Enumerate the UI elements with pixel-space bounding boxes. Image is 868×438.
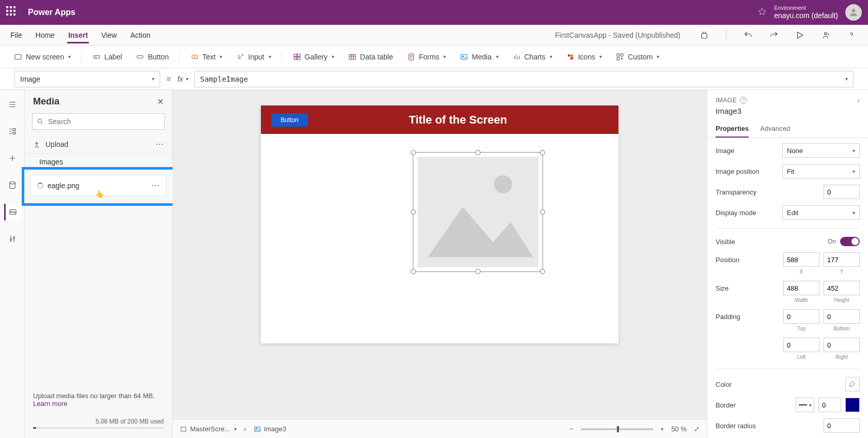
resize-handle[interactable] — [411, 269, 416, 274]
play-icon[interactable] — [793, 28, 807, 42]
add-icon[interactable] — [4, 150, 21, 167]
prop-visible-toggle[interactable] — [840, 237, 860, 246]
control-name[interactable]: Image3 — [707, 107, 868, 120]
prop-x-input[interactable] — [783, 252, 819, 267]
learn-more-link[interactable]: Learn more — [33, 400, 67, 407]
canvas-button[interactable]: Button — [271, 113, 308, 127]
undo-icon[interactable] — [741, 28, 755, 42]
menu-action[interactable]: Action — [129, 27, 151, 43]
tab-properties[interactable]: Properties — [716, 120, 749, 138]
prop-border-label: Border — [716, 401, 736, 409]
cursor-icon: 👆 — [95, 190, 104, 198]
media-button[interactable]: Media▾ — [454, 49, 503, 65]
svg-rect-18 — [617, 57, 619, 60]
share-icon[interactable] — [818, 28, 833, 42]
input-button[interactable]: Input▾ — [230, 49, 276, 65]
tab-advanced[interactable]: Advanced — [760, 120, 790, 138]
prop-radius-input[interactable] — [824, 418, 860, 433]
prop-color-swatch[interactable] — [845, 377, 860, 391]
gallery-button[interactable]: Gallery▾ — [287, 49, 339, 65]
prop-radius-label: Border radius — [716, 422, 756, 430]
prop-displaymode-label: Display mode — [716, 209, 756, 217]
avatar[interactable] — [845, 4, 862, 21]
prop-height-input[interactable] — [824, 281, 860, 295]
expand-panel-icon[interactable]: › — [857, 96, 860, 104]
data-table-button[interactable]: Data table — [343, 49, 398, 65]
close-panel-icon[interactable]: ✕ — [157, 97, 164, 107]
upload-button[interactable]: Upload ⋯ — [25, 135, 172, 154]
redo-icon[interactable] — [767, 28, 781, 42]
prop-pad-left-input[interactable] — [783, 338, 819, 352]
text-button[interactable]: Text▾ — [185, 49, 228, 65]
forms-button[interactable]: Forms▾ — [401, 49, 452, 65]
formula-input[interactable]: SampleImage ▾ — [194, 71, 854, 87]
menu-file[interactable]: File — [9, 27, 23, 43]
prop-imgposition-select[interactable]: Fit▾ — [782, 164, 860, 178]
prop-border-style[interactable]: ▾ — [796, 398, 814, 412]
data-icon[interactable] — [4, 177, 21, 193]
app-checker-icon[interactable] — [697, 28, 711, 42]
zoom-in-icon[interactable]: + — [660, 425, 664, 433]
insert-pane-icon[interactable] — [4, 123, 21, 140]
selected-image-control[interactable] — [413, 152, 543, 272]
prop-y-input[interactable] — [824, 252, 860, 267]
fx-icon[interactable]: fx▾ — [177, 75, 188, 83]
fit-screen-icon[interactable]: ⤢ — [694, 425, 700, 433]
new-screen-button[interactable]: New screen▾ — [8, 49, 76, 65]
storage-bar — [33, 427, 164, 429]
upload-more-icon[interactable]: ⋯ — [156, 139, 164, 149]
prop-displaymode-select[interactable]: Edit▾ — [782, 205, 860, 220]
document-status: FirstCanvasApp - Saved (Unpublished) — [555, 31, 680, 39]
help-icon[interactable] — [844, 28, 859, 42]
media-pane-icon[interactable] — [4, 204, 21, 220]
icons-button[interactable]: Icons▾ — [561, 49, 607, 65]
breadcrumb-screen[interactable]: MasterScre...▾ — [180, 425, 237, 433]
environment-selector[interactable]: Environment enayu.com (default) — [774, 5, 838, 20]
custom-button[interactable]: Custom▾ — [610, 49, 664, 65]
zoom-slider[interactable] — [581, 428, 653, 430]
top-bar: Power Apps Environment enayu.com (defaul… — [0, 0, 868, 25]
menu-view[interactable]: View — [100, 27, 118, 43]
resize-handle[interactable] — [540, 150, 545, 155]
media-category-images[interactable]: Images — [25, 154, 172, 167]
info-icon[interactable]: ? — [740, 97, 747, 104]
main-area: Media ✕ Upload ⋯ Images eagle.png ⋯ 👆 Up… — [0, 90, 868, 438]
svg-point-26 — [494, 175, 512, 193]
button-button[interactable]: Button — [130, 49, 174, 65]
resize-handle[interactable] — [411, 150, 416, 155]
property-selector[interactable]: Image▾ — [14, 71, 160, 87]
zoom-out-icon[interactable]: − — [569, 425, 574, 433]
resize-handle[interactable] — [540, 269, 545, 274]
resize-handle[interactable] — [411, 209, 416, 215]
resize-handle[interactable] — [540, 209, 545, 215]
app-launcher-icon[interactable] — [6, 6, 19, 19]
menu-insert[interactable]: Insert — [67, 27, 89, 43]
prop-pad-bottom-input[interactable] — [824, 309, 860, 324]
charts-button[interactable]: Charts▾ — [507, 49, 557, 65]
prop-width-input[interactable] — [783, 281, 819, 295]
resize-handle[interactable] — [475, 269, 481, 274]
svg-point-24 — [13, 237, 14, 239]
svg-rect-2 — [15, 54, 21, 59]
tree-view-icon[interactable] — [4, 96, 21, 113]
media-item-eagle[interactable]: eagle.png ⋯ 👆 — [30, 175, 166, 196]
menu-home[interactable]: Home — [35, 27, 56, 43]
prop-transparency-input[interactable] — [824, 185, 860, 199]
media-item-more-icon[interactable]: ⋯ — [151, 180, 160, 190]
svg-rect-20 — [12, 132, 15, 134]
prop-border-color[interactable] — [845, 398, 860, 412]
prop-visible-value: On — [828, 238, 836, 245]
media-search-input[interactable] — [48, 117, 160, 126]
prop-image-select[interactable]: None▾ — [782, 143, 860, 158]
canvas-area[interactable]: Button Title of the Screen — [173, 90, 707, 419]
prop-pad-right-input[interactable] — [824, 338, 860, 352]
resize-handle[interactable] — [475, 150, 481, 155]
label-button[interactable]: Label — [87, 49, 127, 65]
tools-icon[interactable] — [4, 231, 21, 247]
canvas-page[interactable]: Button Title of the Screen — [261, 105, 618, 343]
prop-pad-top-input[interactable] — [783, 309, 819, 324]
media-search[interactable] — [32, 113, 165, 130]
media-panel-title: Media — [33, 96, 59, 107]
prop-border-width[interactable] — [818, 398, 841, 412]
breadcrumb-control[interactable]: Image3 — [254, 425, 286, 433]
